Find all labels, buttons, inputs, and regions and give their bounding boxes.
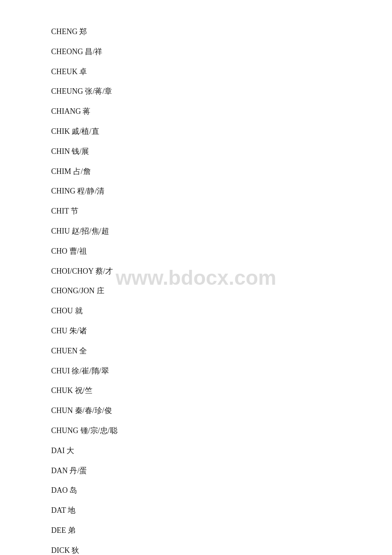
list-item: CHEONG 昌/祥 [51, 46, 341, 58]
list-item: CHOU 就 [51, 305, 341, 317]
list-item: CHIANG 蒋 [51, 105, 341, 118]
list-item: CHIK 戚/植/直 [51, 125, 341, 138]
list-item: CHEUK 卓 [51, 66, 341, 78]
list-item: CHUK 祝/竺 [51, 384, 341, 397]
list-item: DAO 岛 [51, 484, 341, 497]
list-item: CHUI 徐/崔/隋/翠 [51, 365, 341, 377]
list-item: DEE 弟 [51, 524, 341, 537]
list-item: CHIN 钱/展 [51, 145, 341, 158]
list-item: CHOI/CHOY 蔡/才 [51, 265, 341, 278]
list-item: CHIT 节 [51, 205, 341, 217]
list-item: CHU 朱/诸 [51, 325, 341, 337]
list-item: DAT 地 [51, 504, 341, 517]
list-item: CHIU 赵/招/焦/超 [51, 225, 341, 237]
list-item: CHEUNG 张/蒋/章 [51, 85, 341, 98]
list-item: CHO 曹/祖 [51, 245, 341, 257]
list-item: CHUNG 锺/宗/忠/聪 [51, 425, 341, 437]
list-item: CHENG 郑 [51, 26, 341, 38]
list-item: DAI 大 [51, 445, 341, 457]
list-item: CHING 程/静/清 [51, 185, 341, 197]
list-item: CHIM 占/詹 [51, 165, 341, 178]
list-item: CHUEN 全 [51, 345, 341, 357]
list-item: DICK 狄 [51, 544, 341, 555]
list-item: CHUN 秦/春/珍/俊 [51, 405, 341, 417]
page-content: CHENG 郑CHEONG 昌/祥CHEUK 卓CHEUNG 张/蒋/章CHIA… [0, 0, 392, 555]
list-item: CHONG/JON 庄 [51, 285, 341, 297]
list-item: DAN 丹/蛋 [51, 465, 341, 477]
